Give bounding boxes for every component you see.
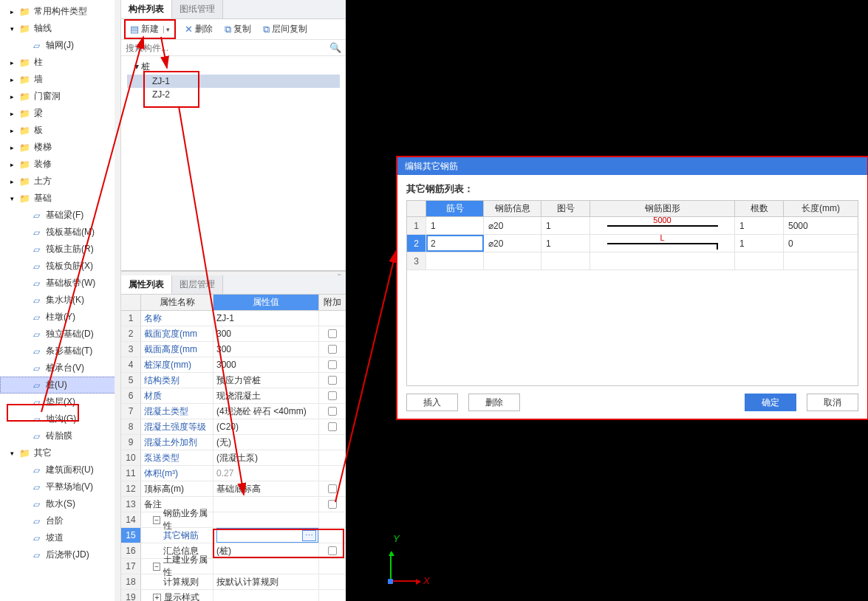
property-row[interactable]: 3截面高度(mm300 — [121, 342, 346, 357]
property-row[interactable]: 5结构类别预应力管桩 — [121, 373, 346, 388]
property-row[interactable]: 16汇总信息(桩) — [121, 543, 346, 559]
rebar-row[interactable]: 22⌀201L10 — [407, 235, 858, 253]
property-row[interactable]: 11体积(m³)0.27 — [121, 466, 346, 481]
nav-item[interactable]: ▱筏板主筋(R) — [0, 241, 120, 258]
tab-component-list[interactable]: 构件列表 — [121, 0, 172, 18]
delete-button[interactable]: ✕删除 — [182, 21, 216, 37]
nav-scrollbar[interactable] — [115, 0, 120, 601]
checkbox[interactable] — [328, 407, 337, 416]
y-axis-label: Y — [393, 533, 400, 544]
rebar-row[interactable]: 3 — [407, 253, 858, 270]
new-button[interactable]: ▤ 新建 ▾ — [127, 21, 173, 37]
property-row[interactable]: 19+显示样式 — [121, 590, 346, 601]
col-gjinfo: 钢筋信息 — [484, 201, 541, 216]
dialog-delete-button[interactable]: 删除 — [468, 394, 520, 411]
nav-group[interactable]: ▸📁柱 — [0, 54, 120, 71]
nav-item[interactable]: ▱桩承台(V) — [0, 360, 120, 377]
nav-item[interactable]: ▱筏板负筋(X) — [0, 258, 120, 275]
nav-item[interactable]: ▱条形基础(T) — [0, 343, 120, 360]
new-dropdown-icon[interactable]: ▾ — [163, 26, 170, 33]
property-row[interactable]: 10泵送类型(混凝土泵) — [121, 450, 346, 466]
property-row[interactable]: 13备注 — [121, 497, 346, 512]
property-row[interactable]: 6材质现浇混凝土 — [121, 388, 346, 404]
property-row[interactable]: 4桩深度(mm)3000 — [121, 357, 346, 373]
nav-item[interactable]: ▱筏板基础(M) — [0, 224, 120, 241]
nav-group[interactable]: ▸📁门窗洞 — [0, 88, 120, 105]
nav-group[interactable]: ▸📁常用构件类型 — [0, 3, 120, 20]
checkbox[interactable] — [328, 391, 337, 400]
search-input[interactable] — [126, 43, 329, 53]
component-tree: ▾ 桩 ZJ-1 ZJ-2 — [121, 56, 346, 270]
nav-item[interactable]: ▱散水(S) — [0, 495, 120, 512]
edit-rebar-dialog: 编辑其它钢筋 其它钢筋列表： 筋号 钢筋信息 图号 钢筋图形 根数 长度(mm)… — [396, 156, 868, 420]
property-row[interactable]: 18计算规则按默认计算规则 — [121, 574, 346, 590]
property-row[interactable]: 12顶标高(m)基础底标高 — [121, 481, 346, 497]
nav-item[interactable]: ▱轴网(J) — [0, 37, 120, 54]
checkbox[interactable] — [328, 360, 337, 369]
axis-gizmo: Y X — [383, 538, 427, 582]
middle-panel: 构件列表 图纸管理 ▤ 新建 ▾ ✕删除 ⧉复制 ⧉层间复制 🔍 ▾ 桩 ZJ-… — [121, 0, 346, 601]
tree-root-node[interactable]: ▾ 桩 — [127, 59, 340, 75]
nav-item[interactable]: ▱独立基础(D) — [0, 326, 120, 343]
copy-button[interactable]: ⧉复制 — [222, 21, 254, 37]
rebar-row[interactable]: 11⌀201500015000 — [407, 217, 858, 235]
insert-button[interactable]: 插入 — [406, 394, 458, 411]
tab-layer-manage[interactable]: 图层管理 — [172, 275, 223, 294]
checkbox[interactable] — [328, 376, 337, 385]
checkbox[interactable] — [328, 422, 337, 431]
property-row[interactable]: 17−土建业务属性 — [121, 559, 346, 574]
nav-item[interactable]: ▱基础板带(W) — [0, 275, 120, 292]
cancel-button[interactable]: 取消 — [807, 394, 858, 411]
nav-item[interactable]: ▱建筑面积(U) — [0, 461, 120, 478]
nav-group[interactable]: ▾📁其它 — [0, 444, 120, 461]
nav-item[interactable]: ▱地沟(G) — [0, 411, 120, 427]
tree-item-zj1[interactable]: ZJ-1 — [127, 75, 340, 88]
x-axis-label: X — [423, 575, 430, 586]
nav-group[interactable]: ▸📁土方 — [0, 173, 120, 190]
rebar-table-header: 筋号 钢筋信息 图号 钢筋图形 根数 长度(mm) — [407, 201, 858, 217]
property-panel: × 属性列表 图层管理 属性名称 属性值 附加 1名称ZJ-12截面宽度(mm3… — [121, 270, 346, 601]
nav-item[interactable]: ▱平整场地(V) — [0, 478, 120, 495]
nav-group[interactable]: ▾📁轴线 — [0, 20, 120, 37]
nav-item[interactable]: ▱基础梁(F) — [0, 207, 120, 224]
nav-item[interactable]: ▱砖胎膜 — [0, 427, 120, 444]
nav-group[interactable]: ▸📁楼梯 — [0, 139, 120, 156]
tab-property-list[interactable]: 属性列表 — [121, 275, 172, 294]
property-row[interactable]: 9混凝土外加剂(无) — [121, 435, 346, 450]
checkbox[interactable] — [328, 345, 337, 354]
property-row[interactable]: 2截面宽度(mm300 — [121, 326, 346, 342]
nav-group[interactable]: ▸📁梁 — [0, 105, 120, 122]
property-row[interactable]: 1名称ZJ-1 — [121, 311, 346, 326]
nav-group[interactable]: ▸📁装修 — [0, 156, 120, 173]
property-row[interactable]: 15其它钢筋⋯ — [121, 528, 346, 543]
dialog-buttons: 插入 删除 确定 取消 — [406, 386, 858, 414]
ok-button[interactable]: 确定 — [745, 394, 796, 411]
new-button-highlight: ▤ 新建 ▾ — [124, 19, 176, 39]
layer-copy-button[interactable]: ⧉层间复制 — [260, 21, 310, 37]
search-icon[interactable]: 🔍 — [329, 42, 341, 53]
ellipsis-button[interactable]: ⋯ — [302, 530, 316, 541]
nav-item[interactable]: ▱集水坑(K) — [0, 292, 120, 309]
col-property-value: 属性值 — [213, 295, 319, 310]
nav-group[interactable]: ▾📁基础 — [0, 190, 120, 207]
col-property-name: 属性名称 — [141, 295, 213, 310]
nav-item[interactable]: ▱后浇带(JD) — [0, 546, 120, 563]
property-row[interactable]: 14−钢筋业务属性 — [121, 512, 346, 528]
col-count: 根数 — [735, 201, 784, 216]
tree-item-zj2[interactable]: ZJ-2 — [127, 88, 340, 101]
delete-label: 删除 — [195, 23, 213, 35]
nav-item[interactable]: ▱垫层(X) — [0, 394, 120, 411]
nav-item[interactable]: ▱柱墩(Y) — [0, 309, 120, 326]
nav-group[interactable]: ▸📁板 — [0, 122, 120, 139]
tab-drawing-manage[interactable]: 图纸管理 — [172, 0, 223, 18]
checkbox[interactable] — [328, 484, 337, 493]
nav-group[interactable]: ▸📁墙 — [0, 71, 120, 88]
property-row[interactable]: 8混凝土强度等级(C20) — [121, 419, 346, 435]
nav-item[interactable]: ▱坡道 — [0, 529, 120, 546]
checkbox[interactable] — [328, 329, 337, 338]
checkbox[interactable] — [328, 500, 337, 509]
property-row[interactable]: 7混凝土类型(4现浇砼 碎石 <40mm) — [121, 404, 346, 419]
nav-item[interactable]: ▱桩(U) — [0, 377, 120, 394]
checkbox[interactable] — [328, 546, 337, 555]
nav-item[interactable]: ▱台阶 — [0, 512, 120, 529]
